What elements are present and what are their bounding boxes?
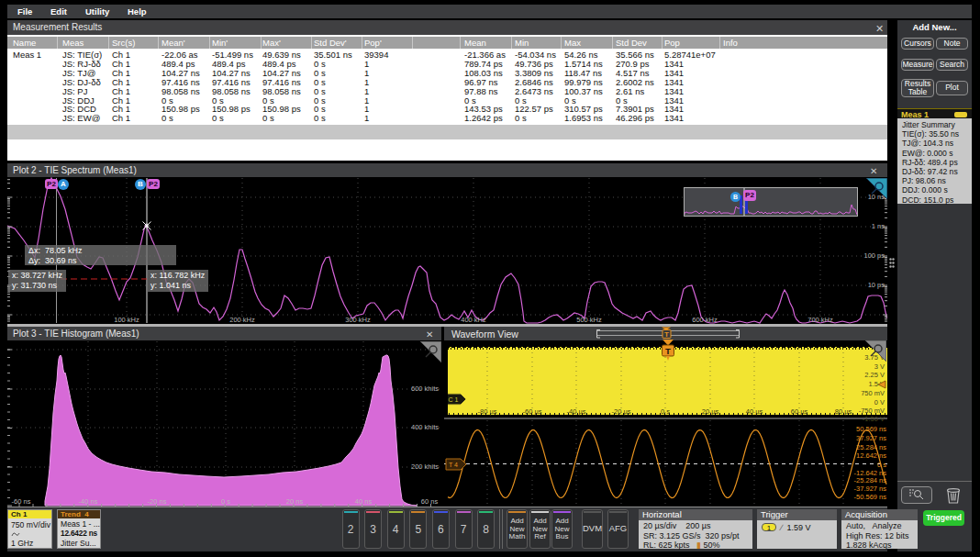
svg-text:T: T bbox=[665, 346, 671, 356]
svg-text:T 4: T 4 bbox=[449, 462, 458, 468]
svg-text:C 1: C 1 bbox=[449, 396, 459, 403]
